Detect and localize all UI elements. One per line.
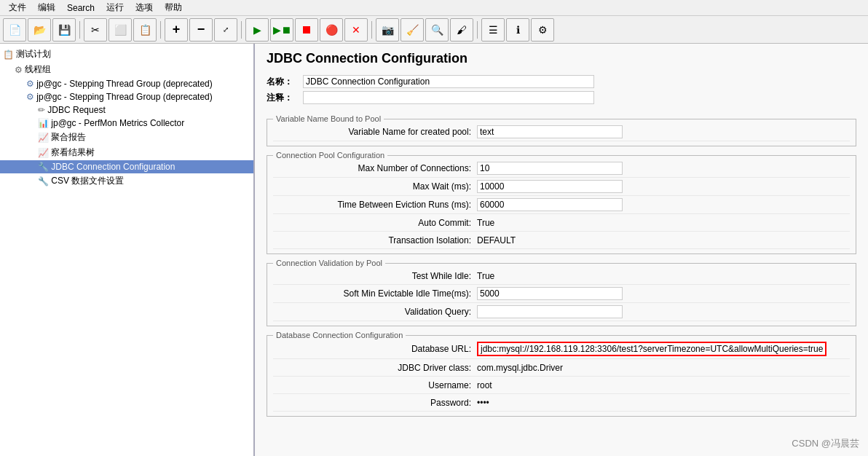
max-wait-label: Max Wait (ms): xyxy=(273,181,477,192)
gear-button[interactable]: ⚙ xyxy=(531,18,554,42)
password-label: Password: xyxy=(273,398,477,408)
tree-item-jdbc-conn[interactable]: 🔧 JDBC Connection Configuration xyxy=(0,160,253,173)
tree-label: CSV 数据文件设置 xyxy=(51,175,124,187)
eviction-input[interactable] xyxy=(477,198,623,211)
tree-item-perfmon[interactable]: 📊 jp@gc - PerfMon Metrics Collector xyxy=(0,117,253,130)
tree-label: jp@gc - Stepping Thread Group (deprecate… xyxy=(36,92,212,102)
test-idle-value: True xyxy=(477,271,850,281)
username-row: Username: root xyxy=(273,377,850,394)
open-button[interactable]: 📂 xyxy=(28,18,51,42)
new-button[interactable]: 📄 xyxy=(3,18,26,42)
search-button[interactable]: 🔍 xyxy=(425,18,449,42)
password-row: Password: •••• xyxy=(273,394,850,412)
note-row: 注释： xyxy=(267,91,856,104)
copy-button[interactable]: ⬜ xyxy=(108,18,132,42)
stop-button[interactable]: ⏹ xyxy=(295,18,318,42)
expand-button[interactable]: ⤢ xyxy=(214,18,237,42)
tree-label: 测试计划 xyxy=(16,48,51,60)
username-value: root xyxy=(477,380,850,390)
validation-query-input[interactable] xyxy=(477,305,623,318)
max-wait-input[interactable] xyxy=(477,180,623,193)
db-conn-legend: Database Connection Configuration xyxy=(273,331,406,339)
pool-name-label: Variable Name for created pool: xyxy=(273,127,477,137)
jdbc-driver-label: JDBC Driver class: xyxy=(273,363,477,373)
db-url-input[interactable] xyxy=(477,342,826,356)
tree-label: jp@gc - Stepping Thread Group (deprecate… xyxy=(36,79,212,89)
menubar: 文件 编辑 Search 运行 选项 帮助 xyxy=(0,0,868,16)
username-label: Username: xyxy=(273,380,477,390)
toolbar: 📄 📂 💾 ✂ ⬜ 📋 + − ⤢ ▶ ▶⏹ ⏹ 🔴 ✕ 📷 🧹 🔍 🖌 ☰ ℹ… xyxy=(0,16,868,44)
paste-button[interactable]: 📋 xyxy=(133,18,157,42)
db-url-row: Database URL: xyxy=(273,339,850,359)
tree-item-thread-group[interactable]: ⚙ 线程组 xyxy=(0,62,253,77)
broom-button[interactable]: 🧹 xyxy=(401,18,424,42)
pool-name-input[interactable] xyxy=(477,125,623,138)
note-label: 注释： xyxy=(267,92,303,104)
tree-item-jdbc-request[interactable]: ✏ JDBC Request xyxy=(0,103,253,117)
max-conn-input[interactable] xyxy=(477,162,623,175)
max-conn-label: Max Number of Connections: xyxy=(273,163,477,173)
conn-validation-legend: Connection Validation by Pool xyxy=(273,259,385,267)
tree-item-stepping1[interactable]: ⚙ jp@gc - Stepping Thread Group (depreca… xyxy=(0,77,253,90)
list-button[interactable]: ☰ xyxy=(481,18,505,42)
main-container: 📋 测试计划⚙ 线程组⚙ jp@gc - Stepping Thread Gro… xyxy=(0,44,868,456)
tree-item-aggregate[interactable]: 📈 聚合报告 xyxy=(0,130,253,145)
note-input[interactable] xyxy=(303,91,594,104)
menu-run[interactable]: 运行 xyxy=(100,0,130,15)
remove-button[interactable]: − xyxy=(189,18,213,42)
test-idle-row: Test While Idle: True xyxy=(273,267,850,285)
validation-query-row: Validation Query: xyxy=(273,303,850,321)
tree-item-csv-config[interactable]: 🔧 CSV 数据文件设置 xyxy=(0,173,253,189)
auto-commit-label: Auto Commit: xyxy=(273,218,477,228)
transaction-value: DEFAULT xyxy=(477,235,850,245)
tree-label: 线程组 xyxy=(25,63,51,76)
max-wait-row: Max Wait (ms): xyxy=(273,178,850,196)
password-value: •••• xyxy=(477,398,850,408)
separator-2 xyxy=(160,21,161,39)
tree-panel: 📋 测试计划⚙ 线程组⚙ jp@gc - Stepping Thread Gro… xyxy=(0,44,255,456)
save-button[interactable]: 💾 xyxy=(52,18,76,42)
brush-button[interactable]: 🖌 xyxy=(450,18,473,42)
menu-options[interactable]: 选项 xyxy=(130,0,159,15)
separator-3 xyxy=(241,21,242,39)
name-row: 名称： xyxy=(267,75,856,88)
play-button[interactable]: ▶ xyxy=(245,18,269,42)
tree-item-test-plan[interactable]: 📋 测试计划 xyxy=(0,47,253,62)
info-button[interactable]: ℹ xyxy=(506,18,529,42)
soft-min-label: Soft Min Evictable Idle Time(ms): xyxy=(273,288,477,299)
menu-file[interactable]: 文件 xyxy=(3,0,32,15)
tree-label: JDBC Request xyxy=(47,105,105,115)
variable-pool-legend: Variable Name Bound to Pool xyxy=(273,114,384,123)
separator-1 xyxy=(79,21,80,39)
tree-item-results-tree[interactable]: 📈 察看结果树 xyxy=(0,145,253,160)
conn-validation-section: Connection Validation by Pool Test While… xyxy=(267,259,856,326)
x-button[interactable]: ✕ xyxy=(344,18,368,42)
db-conn-section: Database Connection Configuration Databa… xyxy=(267,331,856,417)
menu-help[interactable]: 帮助 xyxy=(159,0,188,15)
conn-pool-legend: Connection Pool Configuration xyxy=(273,151,387,160)
play-stop-button[interactable]: ▶⏹ xyxy=(270,18,293,42)
test-idle-label: Test While Idle: xyxy=(273,271,477,281)
top-fields: 名称： 注释： xyxy=(255,71,868,104)
stop-red-button[interactable]: 🔴 xyxy=(320,18,343,42)
transaction-row: Transaction Isolation: DEFAULT xyxy=(273,232,850,249)
pool-name-row: Variable Name for created pool: xyxy=(273,123,850,141)
camera-button[interactable]: 📷 xyxy=(376,18,399,42)
auto-commit-value: True xyxy=(477,218,850,228)
menu-search[interactable]: Search xyxy=(61,1,100,15)
tree-label: 聚合报告 xyxy=(51,131,86,144)
conn-pool-section: Connection Pool Configuration Max Number… xyxy=(267,151,856,254)
tree-label: JDBC Connection Configuration xyxy=(51,162,175,172)
eviction-row: Time Between Eviction Runs (ms): xyxy=(273,196,850,214)
name-input[interactable] xyxy=(303,75,594,88)
soft-min-input[interactable] xyxy=(477,287,623,300)
menu-edit[interactable]: 编辑 xyxy=(32,0,61,15)
cut-button[interactable]: ✂ xyxy=(84,18,107,42)
transaction-label: Transaction Isolation: xyxy=(273,235,477,245)
variable-pool-section: Variable Name Bound to Pool Variable Nam… xyxy=(267,114,856,146)
jdbc-driver-value: com.mysql.jdbc.Driver xyxy=(477,363,850,373)
auto-commit-row: Auto Commit: True xyxy=(273,214,850,232)
tree-item-stepping2[interactable]: ⚙ jp@gc - Stepping Thread Group (depreca… xyxy=(0,90,253,103)
add-button[interactable]: + xyxy=(165,18,188,42)
separator-4 xyxy=(371,21,372,39)
